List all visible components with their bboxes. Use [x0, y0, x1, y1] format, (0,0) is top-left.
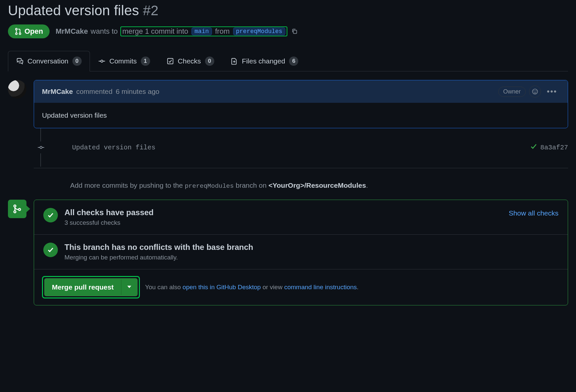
tab-commits[interactable]: Commits 1	[90, 51, 158, 71]
timeline-commits: Updated version files 8a3af27	[35, 128, 568, 167]
svg-point-2	[19, 33, 21, 34]
merge-summary-merge-text: merge 1 commit into	[122, 27, 188, 36]
commit-meta: 8a3af27	[530, 143, 568, 152]
tab-commits-label: Commits	[109, 57, 137, 65]
pull-request-icon	[15, 28, 22, 35]
svg-rect-5	[167, 59, 173, 64]
avatar[interactable]	[8, 80, 26, 98]
tab-conversation[interactable]: Conversation 0	[8, 51, 90, 71]
merge-pull-request-button[interactable]: Merge pull request	[44, 278, 138, 296]
timeline: MrMCake commented 6 minutes ago Owner ••…	[34, 80, 568, 200]
pr-state-badge: Open	[8, 24, 50, 38]
pr-title-text: Updated version files	[8, 3, 139, 18]
merge-checks-title: All checks have passed	[64, 208, 502, 217]
timeline-separator	[34, 168, 568, 168]
checks-icon	[167, 58, 174, 65]
merge-checks-section: All checks have passed 3 successful chec…	[34, 200, 568, 234]
svg-point-12	[19, 209, 21, 211]
hint-prefix: You can also	[145, 284, 183, 291]
tab-files-count: 6	[289, 57, 298, 66]
push-hint-prefix: Add more commits by pushing to the	[70, 181, 183, 189]
merge-status-icon-box	[8, 200, 26, 218]
files-changed-icon	[231, 58, 238, 65]
owner-badge: Owner	[498, 87, 526, 97]
pr-tabs: Conversation 0 Commits 1 Checks 0 Files …	[8, 51, 568, 71]
push-hint-mid: branch on	[236, 181, 267, 189]
hint-mid: or view	[261, 284, 284, 291]
merge-summary-highlight: merge 1 commit into main from prereqModu…	[120, 26, 287, 36]
tab-commits-count: 1	[141, 57, 150, 66]
merge-checks-subtitle: 3 successful checks	[64, 219, 502, 226]
merge-footer: Merge pull request You can also open thi…	[34, 269, 568, 305]
copy-branch-icon[interactable]	[290, 27, 299, 36]
no-conflicts-icon	[43, 243, 58, 257]
smiley-icon	[532, 88, 538, 95]
tab-conversation-label: Conversation	[27, 57, 68, 65]
base-branch-pill[interactable]: main	[191, 27, 212, 35]
merge-summary-wants: wants to	[91, 27, 118, 36]
show-all-checks-link[interactable]: Show all checks	[509, 209, 558, 217]
tab-checks-count: 0	[205, 57, 214, 66]
comment-time[interactable]: 6 minutes ago	[116, 88, 159, 96]
tab-conversation-count: 0	[72, 57, 82, 66]
svg-point-9	[40, 146, 42, 149]
commit-node-icon	[35, 141, 47, 153]
comment-menu-button[interactable]: •••	[544, 87, 560, 96]
push-hint-repo: <YourOrg>/ResourceModules	[268, 181, 366, 189]
svg-point-11	[14, 211, 16, 213]
pr-author-link[interactable]: MrMCake	[56, 27, 88, 36]
comment-body: Updated version files	[34, 103, 568, 128]
tab-files-changed[interactable]: Files changed 6	[223, 51, 307, 71]
merge-summary: MrMCake wants to merge 1 commit into mai…	[56, 26, 299, 36]
merge-button-highlight: Merge pull request	[42, 276, 140, 298]
open-in-desktop-link[interactable]: open this in GitHub Desktop	[183, 284, 261, 291]
commit-message[interactable]: Updated version files	[54, 144, 524, 151]
timeline-commit-item: Updated version files 8a3af27	[35, 128, 568, 167]
svg-point-7	[534, 91, 534, 91]
thread: MrMCake commented 6 minutes ago Owner ••…	[8, 80, 568, 200]
pr-title-row: Updated version files #2	[8, 3, 568, 19]
merge-row: All checks have passed 3 successful chec…	[8, 200, 568, 305]
tab-checks[interactable]: Checks 0	[158, 51, 223, 71]
comment-box: MrMCake commented 6 minutes ago Owner ••…	[34, 80, 568, 128]
push-hint: Add more commits by pushing to the prere…	[70, 181, 568, 190]
svg-point-4	[101, 60, 103, 62]
tab-files-label: Files changed	[242, 57, 285, 65]
svg-rect-3	[293, 30, 297, 33]
merge-button-dropdown[interactable]	[121, 280, 137, 295]
tab-checks-label: Checks	[178, 57, 201, 65]
conversation-icon	[16, 58, 23, 65]
cli-instructions-link[interactable]: command line instructions	[284, 284, 357, 291]
merge-button-label: Merge pull request	[45, 279, 121, 296]
check-pass-icon	[43, 208, 58, 222]
merge-box: All checks have passed 3 successful chec…	[34, 200, 568, 305]
git-merge-icon	[13, 204, 22, 214]
svg-point-1	[16, 33, 17, 34]
comment-header: MrMCake commented 6 minutes ago Owner ••…	[34, 80, 568, 103]
comment-author[interactable]: MrMCake	[42, 88, 73, 96]
svg-point-8	[536, 91, 536, 91]
merge-footer-hint: You can also open this in GitHub Desktop…	[145, 284, 359, 291]
pr-number: #2	[143, 3, 158, 18]
comment-verb: commented	[76, 88, 112, 96]
commit-status-icon[interactable]	[530, 143, 537, 152]
push-hint-branch: prereqModules	[185, 182, 234, 190]
svg-point-0	[16, 28, 17, 30]
merge-summary-from: from	[215, 27, 230, 36]
hint-suffix: .	[357, 284, 358, 291]
push-hint-suffix: .	[366, 181, 368, 189]
pr-state-label: Open	[24, 27, 43, 36]
commits-icon	[98, 58, 105, 65]
svg-point-10	[14, 205, 16, 207]
caret-down-icon	[127, 285, 131, 289]
merge-conflicts-text: This branch has no conflicts with the ba…	[64, 243, 558, 261]
commit-sha[interactable]: 8a3af27	[540, 144, 568, 151]
merge-conflicts-subtitle: Merging can be performed automatically.	[64, 254, 558, 261]
merge-conflicts-title: This branch has no conflicts with the ba…	[64, 243, 558, 252]
merge-conflicts-section: This branch has no conflicts with the ba…	[34, 234, 568, 269]
merge-checks-text: All checks have passed 3 successful chec…	[64, 208, 502, 226]
pr-state-line: Open MrMCake wants to merge 1 commit int…	[8, 24, 568, 38]
head-branch-pill[interactable]: prereqModules	[233, 27, 285, 35]
add-reaction-button[interactable]	[529, 86, 541, 98]
pr-title: Updated version files #2	[8, 3, 568, 19]
